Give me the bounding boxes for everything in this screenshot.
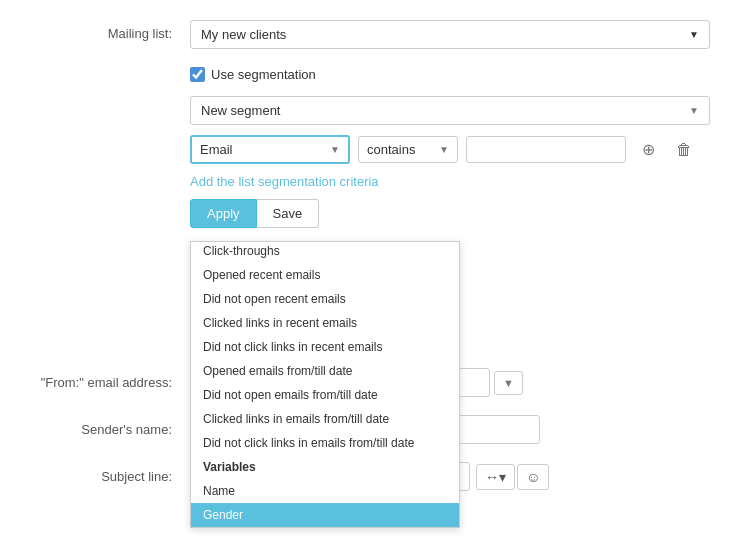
dropdown-list-item[interactable]: Click-throughs (191, 242, 459, 263)
delete-criteria-icon-btn[interactable]: 🗑 (670, 136, 698, 164)
subject-line-label: Subject line: (30, 469, 190, 484)
segment-arrow-icon: ▼ (689, 105, 699, 116)
segmentation-spacer (30, 67, 190, 73)
from-email-dropdown-btn[interactable]: ▼ (494, 371, 523, 395)
emoji-btn[interactable]: ☺ (517, 464, 549, 490)
dropdown-list-item[interactable]: Gender (191, 503, 459, 527)
dropdown-list-item[interactable]: Did not click links in emails from/till … (191, 431, 459, 455)
use-segmentation-checkbox[interactable] (190, 67, 205, 82)
dropdown-list-item[interactable]: Did not open emails from/till date (191, 383, 459, 407)
apply-button[interactable]: Apply (190, 199, 257, 228)
mailing-list-select[interactable]: My new clients ▼ (190, 20, 710, 49)
criteria-field-arrow-icon: ▼ (330, 144, 340, 155)
dropdown-group-header: Variables (191, 455, 459, 479)
criteria-dropdown: Opened and clicked a linkOpened and clic… (190, 241, 460, 528)
dropdown-list-item[interactable]: Opened emails from/till date (191, 359, 459, 383)
criteria-dropdown-list[interactable]: Opened and clicked a linkOpened and clic… (191, 242, 459, 527)
dropdown-list-item[interactable]: Opened recent emails (191, 263, 459, 287)
add-criteria-icon-btn[interactable]: ⊕ (634, 136, 662, 164)
use-segmentation-label: Use segmentation (211, 67, 316, 82)
mailing-list-arrow-icon: ▼ (689, 29, 699, 40)
segment-select[interactable]: New segment ▼ (190, 96, 710, 125)
criteria-field-value: Email (200, 142, 233, 157)
criteria-condition-arrow-icon: ▼ (439, 144, 449, 155)
dropdown-list-item[interactable]: Clicked links in recent emails (191, 311, 459, 335)
segment-value: New segment (201, 103, 280, 118)
from-email-label: "From:" email address: (30, 375, 190, 390)
merge-tags-btn[interactable]: ↔▾ (476, 464, 515, 490)
criteria-value-input[interactable] (466, 136, 626, 163)
dropdown-list-item[interactable]: Name (191, 479, 459, 503)
criteria-field-select[interactable]: Email ▼ (190, 135, 350, 164)
add-criteria-link[interactable]: Add the list segmentation criteria (190, 174, 379, 189)
dropdown-list-item[interactable]: Did not click links in recent emails (191, 335, 459, 359)
mailing-list-label: Mailing list: (30, 20, 190, 41)
criteria-condition-select[interactable]: contains ▼ (358, 136, 458, 163)
dropdown-list-item[interactable]: Clicked links in emails from/till date (191, 407, 459, 431)
dropdown-list-item[interactable]: Did not open recent emails (191, 287, 459, 311)
mailing-list-value: My new clients (201, 27, 286, 42)
sender-name-label: Sender's name: (30, 422, 190, 437)
criteria-condition-value: contains (367, 142, 415, 157)
save-button[interactable]: Save (257, 199, 320, 228)
